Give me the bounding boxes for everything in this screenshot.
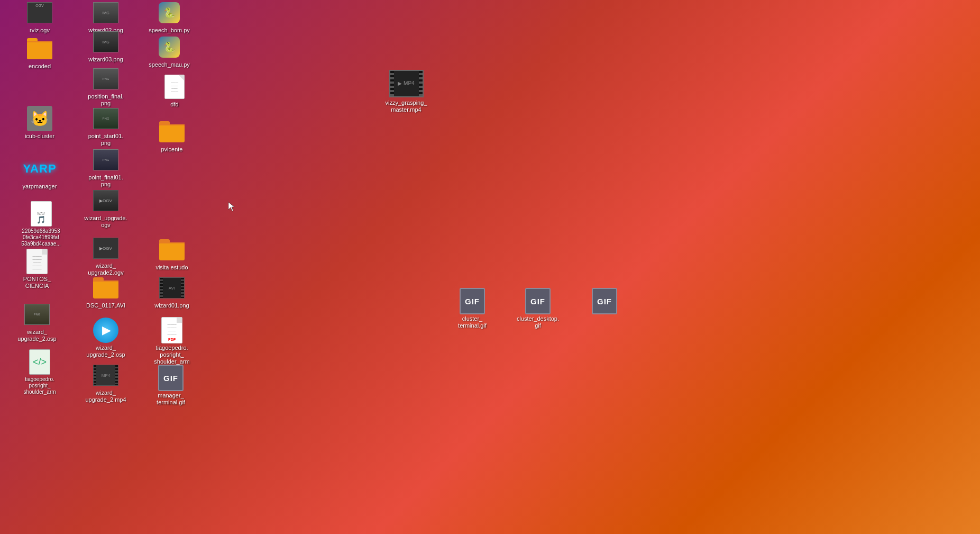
file-label: wizard_upgrade.ogv [84,215,127,229]
file-rviz-ogv[interactable]: OGV rviz.ogv [16,0,63,34]
file-manager-terminal-gif[interactable]: GIF manager_terminal.gif [147,365,195,406]
svg-rect-8 [159,242,185,260]
file-label: wizard03.png [88,56,123,63]
cursor [228,202,235,212]
file-speech-mau-py[interactable]: 🐍 speech_mau.py [145,34,193,68]
folder-label: icub-cluster [25,133,54,140]
file-wizard-upgrade2-osp[interactable]: ▶ wizard_upgrade_2.osp [82,318,130,358]
svg-rect-3 [27,41,52,42]
file-point-start01-png[interactable]: PNG point_start01.png [82,106,130,147]
folder-label: pvicente [161,146,183,153]
file-tiago[interactable]: </> tiagoepedro.posright_shoulder_arm [13,349,66,395]
file-label: cluster_terminal.gif [458,315,487,329]
app-yarpmanager[interactable]: YARP yarpmanager [16,156,63,190]
file-position-final-png[interactable]: PNG position_final.png [82,66,130,107]
file-label: PONTOS_CIENCIA [23,276,51,289]
folder-thumbnail[interactable]: DSC_0117.AVI [82,275,130,309]
folder-encoded[interactable]: encoded [16,36,63,70]
svg-rect-9 [159,242,185,243]
file-label: cluster_desktop.gif [517,315,559,329]
file-label: position_final.png [88,93,123,107]
file-wizard-upgrade2-mp4[interactable]: MP4 wizard_upgrade_2.mp4 [82,363,130,403]
file-wizard03-png[interactable]: IMG wizard03.png [82,29,130,63]
file-cluster-desktop-gif[interactable]: GIF cluster_desktop.gif [514,288,562,329]
folder-visita-estudo[interactable]: visita estudo [148,237,196,271]
file-label: point_final01.png [88,174,123,188]
file-label: dfd [170,101,178,108]
folder-icub-cluster[interactable]: 🐱 icub-cluster [16,106,63,140]
file-point-final01-png[interactable]: PNG point_final01.png [82,147,130,188]
folder-label: encoded [29,63,51,70]
file-label: tiagoepedro. posright_ shoulder_arm [150,345,195,366]
svg-rect-6 [159,124,185,125]
svg-rect-5 [159,124,185,142]
file-label: wizard01.png [154,302,189,309]
svg-rect-2 [27,41,52,59]
folder-pvicente[interactable]: pvicente [148,119,196,153]
file-label: wizard_upgrade_2.mp4 [85,390,126,403]
file-label: manager_terminal.gif [157,392,185,406]
file-kallasi2016-pdf[interactable]: ─────────────────────── PDF tiagoepedro.… [148,318,196,366]
file-label: vizzy_grasping_master.mp4 [386,99,427,113]
svg-rect-11 [93,280,118,298]
file-label: wizard_ upgrade_2.osp [15,329,60,342]
desktop: OGV rviz.ogv IMG wizard02.png 🐍 speech_b… [0,0,980,534]
file-label: speech_bom.py [149,27,190,34]
file-label: tiagoepedro.posright_shoulder_arm [23,376,56,395]
folder-label: visita estudo [155,264,188,271]
file-audio[interactable]: WAV 🎵 22059d68a39530fe3ca41ff99faf53a9bd… [13,201,69,247]
svg-rect-12 [93,280,118,282]
folder-label: DSC_0117.AVI [86,302,125,309]
app-label: yarpmanager [23,183,57,190]
file-wizard01-png[interactable]: PNG wizard_ upgrade_2.osp [13,302,61,342]
file-wizard-upgrade-ogv[interactable]: ▶OGV wizard_upgrade.ogv [82,188,130,229]
file-vizzy-grasping[interactable]: ▶ MP4 vizzy_grasping_master.mp4 [380,69,433,113]
file-pontos-ciencia[interactable]: ───────────────────────────── PONTOS_CIE… [13,249,61,289]
file-launch-yarp-gif[interactable]: GIF [581,288,628,315]
file-label: point_start01.png [88,133,124,147]
file-label: rviz.ogv [30,27,50,34]
file-label: 22059d68a39530fe3ca41ff99faf53a9bd4caaae… [21,228,61,247]
file-dfd[interactable]: ─────────────────── dfd [151,74,198,108]
file-speech-bom-py[interactable]: 🐍 speech_bom.py [145,0,193,34]
file-wizard-upgrade2-ogv[interactable]: ▶OGV wizard_upgrade2.ogv [82,236,130,276]
file-label: wizard_upgrade_2.osp [86,345,125,358]
file-label: speech_mau.py [149,61,190,68]
file-label: wizard_upgrade2.ogv [88,263,123,276]
file-dsc-avi[interactable]: AVI wizard01.png [148,275,196,309]
file-cluster-terminal-gif[interactable]: GIF cluster_terminal.gif [448,288,496,329]
